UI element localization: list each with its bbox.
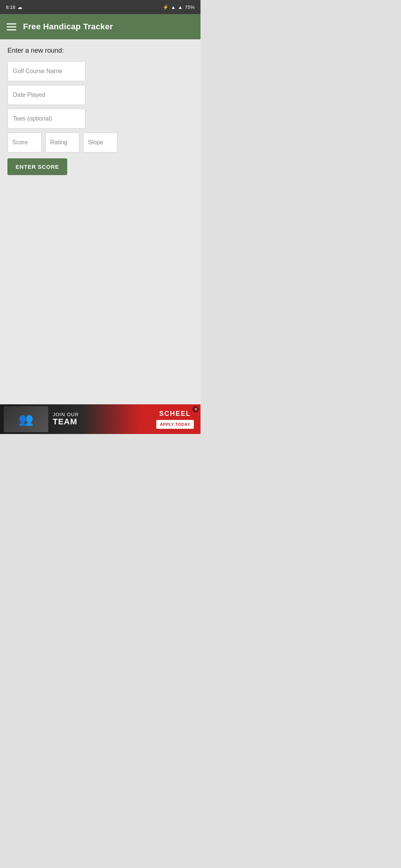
signal-icon: ▲ (178, 4, 183, 10)
ad-apply-button[interactable]: APPLY TODAY (156, 420, 194, 429)
tees-input[interactable] (7, 109, 85, 129)
wifi-icon: ▲ (171, 4, 176, 10)
score-input[interactable] (7, 132, 42, 152)
ad-close-button[interactable]: ✕ (192, 406, 199, 412)
enter-score-button[interactable]: ENTER SCORE (7, 158, 67, 175)
date-played-input[interactable] (7, 85, 85, 105)
section-label: Enter a new round: (7, 47, 193, 55)
status-bar: 8:18 ☁ ⚡ ▲ ▲ 75% (0, 0, 200, 14)
status-right: ⚡ ▲ ▲ 75% (163, 4, 195, 10)
battery-display: 75% (185, 4, 195, 10)
ad-people-image (4, 406, 48, 432)
ad-text-block: JOIN OUR TEAM (53, 412, 79, 426)
app-bar: Free Handicap Tracker (0, 14, 200, 39)
ad-left-section: JOIN OUR TEAM (0, 406, 150, 432)
ad-brand-text: SCHEEL (159, 410, 191, 418)
app-title: Free Handicap Tracker (23, 22, 113, 32)
ad-join-text: JOIN OUR (53, 412, 79, 417)
ad-banner: JOIN OUR TEAM SCHEEL APPLY TODAY ✕ (0, 404, 200, 434)
slope-input[interactable] (83, 132, 117, 152)
score-row (7, 132, 193, 152)
main-content: Enter a new round: ENTER SCORE (0, 39, 200, 404)
hamburger-line-2 (7, 26, 16, 27)
ad-team-text: TEAM (53, 417, 79, 426)
status-left: 8:18 ☁ (6, 4, 22, 10)
time-display: 8:18 (6, 4, 15, 10)
hamburger-menu-icon[interactable] (7, 23, 16, 30)
cloud-icon: ☁ (17, 4, 22, 10)
bluetooth-icon: ⚡ (163, 4, 169, 10)
hamburger-line-3 (7, 29, 16, 30)
rating-input[interactable] (45, 132, 79, 152)
golf-course-name-input[interactable] (7, 61, 85, 81)
hamburger-line-1 (7, 23, 16, 24)
